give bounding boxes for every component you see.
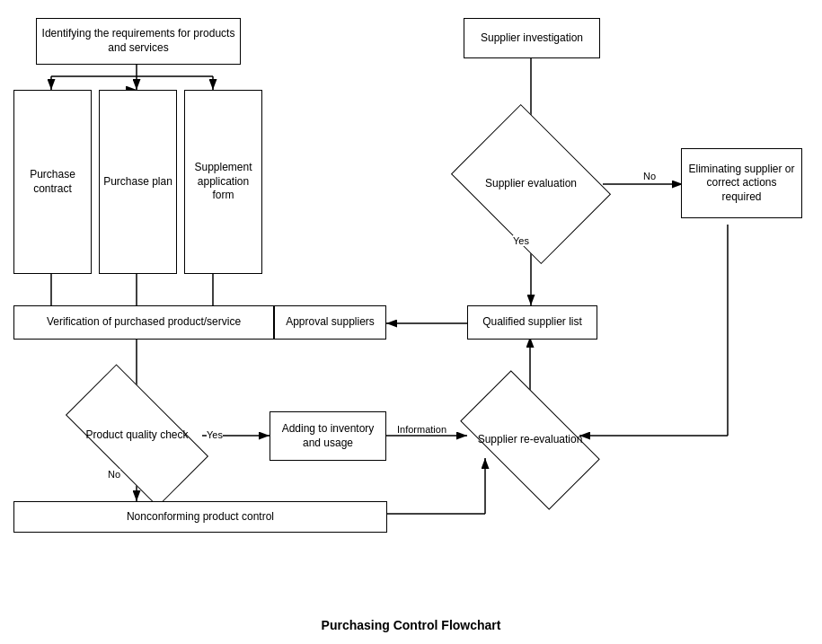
- adding-inventory-box: Adding to inventory and usage: [270, 411, 386, 461]
- supplier-reevaluation-label: Supplier re-evaluation: [474, 429, 587, 451]
- nonconforming-box: Nonconforming product control: [13, 501, 387, 533]
- purchase-plan-label: Purchase plan: [103, 175, 172, 190]
- no-label-evaluation: No: [643, 171, 656, 181]
- product-quality-diamond: Product quality check: [72, 400, 202, 472]
- verification-label: Verification of purchased product/servic…: [47, 315, 241, 330]
- information-label: Information: [397, 424, 446, 435]
- requirements-box: Identifying the requirements for product…: [36, 18, 241, 65]
- purchase-contract-label: Purchase contract: [18, 168, 87, 196]
- supplier-reevaluation-diamond: Supplier re-evaluation: [467, 404, 593, 476]
- qualified-supplier-box: Qualified supplier list: [467, 305, 597, 340]
- purchase-contract-box: Purchase contract: [13, 90, 92, 274]
- eliminating-supplier-label: Eliminating supplier or correct actions …: [685, 163, 798, 205]
- supplement-form-box: Supplement application form: [184, 90, 262, 274]
- verification-box: Verification of purchased product/servic…: [13, 305, 274, 340]
- product-quality-label: Product quality check: [82, 425, 191, 446]
- requirements-label: Identifying the requirements for product…: [40, 27, 236, 55]
- purchase-plan-box: Purchase plan: [99, 90, 177, 274]
- supplier-evaluation-diamond: Supplier evaluation: [467, 135, 595, 234]
- supplier-investigation-box: Supplier investigation: [464, 18, 600, 58]
- approval-suppliers-box: Approval suppliers: [274, 305, 386, 340]
- supplier-investigation-label: Supplier investigation: [481, 31, 583, 46]
- adding-inventory-label: Adding to inventory and usage: [274, 422, 382, 450]
- supplement-form-label: Supplement application form: [189, 161, 258, 203]
- no-label-quality: No: [108, 469, 120, 480]
- yes-label-quality: Yes: [207, 429, 223, 440]
- eliminating-supplier-box: Eliminating supplier or correct actions …: [681, 148, 802, 218]
- approval-suppliers-label: Approval suppliers: [286, 315, 375, 330]
- nonconforming-label: Nonconforming product control: [127, 510, 274, 525]
- supplier-evaluation-label: Supplier evaluation: [482, 173, 580, 195]
- qualified-supplier-label: Qualified supplier list: [482, 315, 582, 330]
- yes-label-evaluation: Yes: [513, 235, 529, 246]
- diagram-title: Purchasing Control Flowchart: [0, 611, 822, 641]
